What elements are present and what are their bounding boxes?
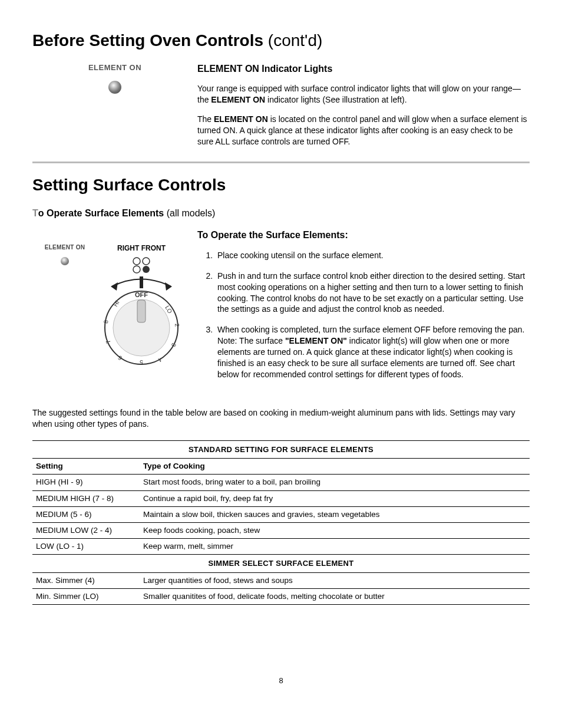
svg-text:7: 7	[104, 339, 112, 345]
cell-setting: MEDIUM LOW (2 - 4)	[32, 522, 140, 538]
section-heading-operate: To Operate the Surface Elements:	[197, 229, 530, 242]
cell-cooking: Larger quantities of food, stews and sou…	[140, 572, 530, 588]
element-on-label: ELEMENT ON	[32, 62, 197, 73]
table-row: Min. Simmer (LO)Smaller quanitites of fo…	[32, 589, 530, 605]
section-title-surface-controls: Setting Surface Controls	[32, 174, 530, 196]
cell-setting: MEDIUM (5 - 6)	[32, 506, 140, 522]
operation-step-1: Place cooking utensil on the surface ele…	[215, 250, 530, 261]
svg-point-0	[133, 258, 140, 265]
text-bold: ELEMENT ON	[211, 95, 265, 104]
svg-point-1	[143, 258, 150, 265]
knob-element-on-label: ELEMENT ON	[41, 243, 88, 252]
table-row: HIGH (HI - 9)Start most foods, bring wat…	[32, 475, 530, 490]
cell-setting: Min. Simmer (LO)	[32, 589, 140, 605]
column-header-type: Type of Cooking	[140, 459, 530, 475]
table-section-title-simmer: SIMMER SELECT SURFACE ELEMENT	[32, 555, 530, 573]
text-bold: ELEMENT ON	[214, 114, 268, 124]
page-number: 8	[32, 676, 530, 686]
svg-text:HI: HI	[112, 299, 121, 308]
svg-point-2	[133, 266, 140, 273]
settings-table: STANDARD SETTING FOR SURFACE ELEMENTS Se…	[32, 440, 530, 605]
page-title-thin: (cont'd)	[263, 31, 322, 50]
subtitle-thin: (all models)	[164, 208, 215, 218]
text: indicator lights (See illustration at le…	[265, 95, 406, 104]
svg-text:3: 3	[170, 342, 178, 348]
table-row: MEDIUM HIGH (7 - 8)Continue a rapid boil…	[32, 490, 530, 506]
page-title: Before Setting Oven Controls (cont'd)	[32, 29, 530, 52]
cell-cooking: Keep foods cooking, poach, stew	[140, 522, 530, 538]
settings-note: The suggested settings found in the tabl…	[32, 407, 530, 430]
cell-cooking: Keep warm, melt, simmer	[140, 539, 530, 555]
text: The	[197, 114, 214, 124]
table-row: LOW (LO - 1)Keep warm, melt, simmer	[32, 539, 530, 555]
section-subtitle: To Operate Surface Elements (all models)	[32, 207, 530, 220]
divider	[32, 162, 530, 163]
indicator-light-small-icon	[61, 257, 69, 265]
table-row: Max. Simmer (4)Larger quantities of food…	[32, 572, 530, 588]
indicator-light-icon	[108, 81, 121, 94]
operation-step-2: Push in and turn the surface control kno…	[215, 271, 530, 315]
cell-setting: LOW (LO - 1)	[32, 539, 140, 555]
knob-right-front-label: RIGHT FRONT	[94, 243, 189, 253]
section-heading-indicator-lights: ELEMENT ON Indicator Lights	[197, 62, 530, 75]
text-bold: "ELEMENT ON"	[285, 336, 347, 345]
table-row: MEDIUM (5 - 6)Maintain a slow boil, thic…	[32, 506, 530, 522]
table-row: MEDIUM LOW (2 - 4)Keep foods cooking, po…	[32, 522, 530, 538]
indicator-paragraph-2: The ELEMENT ON is located on the control…	[197, 114, 530, 147]
cell-setting: Max. Simmer (4)	[32, 572, 140, 588]
table-section-title-standard: STANDARD SETTING FOR SURFACE ELEMENTS	[32, 440, 530, 459]
control-knob-icon: OFF LO 2 3 4 5 6 7 8 HI	[94, 254, 189, 372]
svg-text:2: 2	[174, 324, 180, 328]
cell-cooking: Maintain a slow boil, thicken sauces and…	[140, 506, 530, 522]
cell-setting: HIGH (HI - 9)	[32, 475, 140, 490]
operation-step-3: When cooking is completed, turn the surf…	[215, 324, 530, 380]
svg-rect-7	[137, 300, 146, 322]
svg-text:5: 5	[140, 359, 143, 365]
indicator-paragraph-1: Your range is equipped with surface cont…	[197, 83, 530, 106]
subtitle-bold: o Operate Surface Elements	[34, 208, 164, 218]
knob-off-text: OFF	[135, 291, 148, 298]
column-header-setting: Setting	[32, 459, 140, 475]
operation-steps-list: Place cooking utensil on the surface ele…	[197, 250, 530, 380]
svg-point-3	[143, 266, 150, 273]
svg-text:8: 8	[103, 320, 109, 324]
page-title-bold: Before Setting Oven Controls	[32, 31, 263, 50]
cell-cooking: Continue a rapid boil, fry, deep fat fry	[140, 490, 530, 506]
cell-cooking: Start most foods, bring water to a boil,…	[140, 475, 530, 490]
cell-setting: MEDIUM HIGH (7 - 8)	[32, 490, 140, 506]
cell-cooking: Smaller quanitites of food, delicate foo…	[140, 589, 530, 605]
